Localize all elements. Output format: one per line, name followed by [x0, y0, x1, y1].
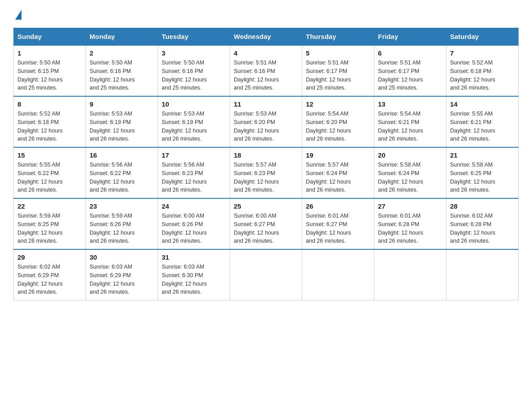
calendar-week-row: 22 Sunrise: 5:59 AMSunset: 6:25 PMDaylig… [14, 198, 519, 249]
calendar-header-friday: Friday [374, 28, 446, 46]
day-info: Sunrise: 6:01 AMSunset: 6:27 PMDaylight:… [306, 213, 351, 244]
day-number: 13 [378, 100, 442, 108]
day-info: Sunrise: 6:03 AMSunset: 6:29 PMDaylight:… [90, 264, 135, 295]
logo-triangle-icon [15, 10, 21, 20]
day-number: 26 [306, 202, 370, 210]
day-number: 4 [234, 49, 298, 57]
calendar-cell: 8 Sunrise: 5:52 AMSunset: 6:18 PMDayligh… [14, 96, 86, 147]
calendar-header-monday: Monday [86, 28, 158, 46]
day-info: Sunrise: 5:51 AMSunset: 6:16 PMDaylight:… [234, 60, 279, 91]
calendar-cell: 6 Sunrise: 5:51 AMSunset: 6:17 PMDayligh… [374, 45, 446, 96]
calendar-cell [230, 249, 302, 300]
calendar-cell: 3 Sunrise: 5:50 AMSunset: 6:16 PMDayligh… [158, 45, 230, 96]
calendar-header-thursday: Thursday [302, 28, 374, 46]
calendar-cell: 28 Sunrise: 6:02 AMSunset: 6:28 PMDaylig… [446, 198, 519, 249]
calendar-cell: 13 Sunrise: 5:54 AMSunset: 6:21 PMDaylig… [374, 96, 446, 147]
calendar-cell: 14 Sunrise: 5:55 AMSunset: 6:21 PMDaylig… [446, 96, 519, 147]
calendar-cell: 1 Sunrise: 5:50 AMSunset: 6:15 PMDayligh… [14, 45, 86, 96]
day-info: Sunrise: 5:57 AMSunset: 6:24 PMDaylight:… [306, 162, 351, 193]
calendar-header-sunday: Sunday [14, 28, 86, 46]
calendar-cell: 18 Sunrise: 5:57 AMSunset: 6:23 PMDaylig… [230, 147, 302, 198]
calendar-header-wednesday: Wednesday [230, 28, 302, 46]
day-info: Sunrise: 5:57 AMSunset: 6:23 PMDaylight:… [234, 162, 279, 193]
day-number: 22 [17, 202, 82, 210]
calendar-table: SundayMondayTuesdayWednesdayThursdayFrid… [13, 28, 519, 300]
day-info: Sunrise: 5:58 AMSunset: 6:25 PMDaylight:… [450, 162, 495, 193]
calendar-week-row: 8 Sunrise: 5:52 AMSunset: 6:18 PMDayligh… [14, 96, 519, 147]
day-number: 10 [162, 100, 226, 108]
day-info: Sunrise: 6:00 AMSunset: 6:26 PMDaylight:… [162, 213, 207, 244]
day-number: 24 [162, 202, 226, 210]
calendar-cell: 2 Sunrise: 5:50 AMSunset: 6:16 PMDayligh… [86, 45, 158, 96]
calendar-cell: 16 Sunrise: 5:56 AMSunset: 6:22 PMDaylig… [86, 147, 158, 198]
day-number: 29 [17, 253, 82, 261]
day-info: Sunrise: 6:00 AMSunset: 6:27 PMDaylight:… [234, 213, 279, 244]
calendar-week-row: 1 Sunrise: 5:50 AMSunset: 6:15 PMDayligh… [14, 45, 519, 96]
day-info: Sunrise: 6:02 AMSunset: 6:28 PMDaylight:… [450, 213, 495, 244]
day-number: 23 [90, 202, 154, 210]
day-info: Sunrise: 5:52 AMSunset: 6:18 PMDaylight:… [450, 60, 495, 91]
calendar-cell: 20 Sunrise: 5:58 AMSunset: 6:24 PMDaylig… [374, 147, 446, 198]
calendar-cell: 24 Sunrise: 6:00 AMSunset: 6:26 PMDaylig… [158, 198, 230, 249]
calendar-cell: 19 Sunrise: 5:57 AMSunset: 6:24 PMDaylig… [302, 147, 374, 198]
day-info: Sunrise: 5:59 AMSunset: 6:26 PMDaylight:… [90, 213, 135, 244]
logo [13, 9, 21, 19]
day-number: 7 [450, 49, 515, 57]
calendar-cell: 26 Sunrise: 6:01 AMSunset: 6:27 PMDaylig… [302, 198, 374, 249]
day-number: 2 [90, 49, 154, 57]
day-number: 17 [162, 151, 226, 159]
calendar-cell: 10 Sunrise: 5:53 AMSunset: 6:19 PMDaylig… [158, 96, 230, 147]
day-number: 19 [306, 151, 370, 159]
day-number: 9 [90, 100, 154, 108]
day-info: Sunrise: 6:01 AMSunset: 6:28 PMDaylight:… [378, 213, 423, 244]
day-info: Sunrise: 5:59 AMSunset: 6:25 PMDaylight:… [17, 213, 63, 244]
calendar-week-row: 15 Sunrise: 5:55 AMSunset: 6:22 PMDaylig… [14, 147, 519, 198]
calendar-cell: 4 Sunrise: 5:51 AMSunset: 6:16 PMDayligh… [230, 45, 302, 96]
calendar-cell: 23 Sunrise: 5:59 AMSunset: 6:26 PMDaylig… [86, 198, 158, 249]
calendar-cell: 29 Sunrise: 6:02 AMSunset: 6:29 PMDaylig… [14, 249, 86, 300]
day-info: Sunrise: 5:52 AMSunset: 6:18 PMDaylight:… [17, 111, 63, 142]
day-number: 30 [90, 253, 154, 261]
calendar-cell: 5 Sunrise: 5:51 AMSunset: 6:17 PMDayligh… [302, 45, 374, 96]
day-info: Sunrise: 5:50 AMSunset: 6:15 PMDaylight:… [17, 60, 63, 91]
day-number: 14 [450, 100, 515, 108]
calendar-header-saturday: Saturday [446, 28, 519, 46]
day-info: Sunrise: 5:51 AMSunset: 6:17 PMDaylight:… [306, 60, 351, 91]
day-number: 21 [450, 151, 515, 159]
day-number: 5 [306, 49, 370, 57]
calendar-body: 1 Sunrise: 5:50 AMSunset: 6:15 PMDayligh… [14, 45, 519, 300]
calendar-cell: 17 Sunrise: 5:56 AMSunset: 6:23 PMDaylig… [158, 147, 230, 198]
calendar-week-row: 29 Sunrise: 6:02 AMSunset: 6:29 PMDaylig… [14, 249, 519, 300]
day-number: 27 [378, 202, 442, 210]
header [13, 9, 519, 19]
day-info: Sunrise: 5:56 AMSunset: 6:22 PMDaylight:… [90, 162, 135, 193]
day-info: Sunrise: 5:55 AMSunset: 6:21 PMDaylight:… [450, 111, 495, 142]
day-info: Sunrise: 5:53 AMSunset: 6:19 PMDaylight:… [90, 111, 135, 142]
calendar-cell: 15 Sunrise: 5:55 AMSunset: 6:22 PMDaylig… [14, 147, 86, 198]
calendar-cell: 22 Sunrise: 5:59 AMSunset: 6:25 PMDaylig… [14, 198, 86, 249]
day-info: Sunrise: 6:02 AMSunset: 6:29 PMDaylight:… [17, 264, 63, 295]
day-info: Sunrise: 5:50 AMSunset: 6:16 PMDaylight:… [90, 60, 135, 91]
day-info: Sunrise: 5:55 AMSunset: 6:22 PMDaylight:… [17, 162, 63, 193]
day-info: Sunrise: 5:54 AMSunset: 6:21 PMDaylight:… [378, 111, 423, 142]
day-number: 28 [450, 202, 515, 210]
day-info: Sunrise: 5:53 AMSunset: 6:19 PMDaylight:… [162, 111, 207, 142]
day-info: Sunrise: 5:51 AMSunset: 6:17 PMDaylight:… [378, 60, 423, 91]
calendar-header-row: SundayMondayTuesdayWednesdayThursdayFrid… [14, 28, 519, 46]
day-info: Sunrise: 6:03 AMSunset: 6:30 PMDaylight:… [162, 264, 207, 295]
calendar-cell: 7 Sunrise: 5:52 AMSunset: 6:18 PMDayligh… [446, 45, 519, 96]
day-number: 3 [162, 49, 226, 57]
day-info: Sunrise: 5:56 AMSunset: 6:23 PMDaylight:… [162, 162, 207, 193]
calendar-cell: 27 Sunrise: 6:01 AMSunset: 6:28 PMDaylig… [374, 198, 446, 249]
day-info: Sunrise: 5:54 AMSunset: 6:20 PMDaylight:… [306, 111, 351, 142]
calendar-cell: 31 Sunrise: 6:03 AMSunset: 6:30 PMDaylig… [158, 249, 230, 300]
day-number: 11 [234, 100, 298, 108]
calendar-cell: 12 Sunrise: 5:54 AMSunset: 6:20 PMDaylig… [302, 96, 374, 147]
day-number: 1 [17, 49, 82, 57]
day-number: 12 [306, 100, 370, 108]
calendar-cell: 21 Sunrise: 5:58 AMSunset: 6:25 PMDaylig… [446, 147, 519, 198]
day-number: 8 [17, 100, 82, 108]
day-number: 6 [378, 49, 442, 57]
day-info: Sunrise: 5:53 AMSunset: 6:20 PMDaylight:… [234, 111, 279, 142]
day-info: Sunrise: 5:58 AMSunset: 6:24 PMDaylight:… [378, 162, 423, 193]
